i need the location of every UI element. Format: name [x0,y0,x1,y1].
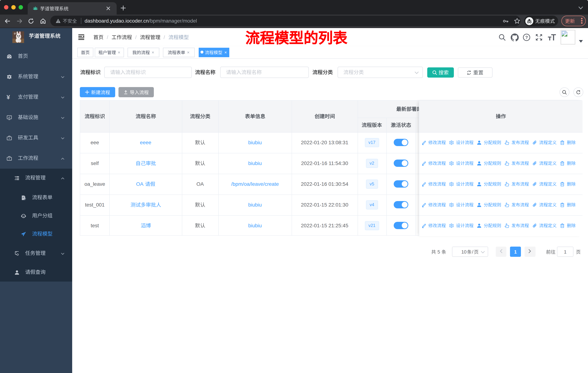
svg-text:?: ? [525,35,528,40]
